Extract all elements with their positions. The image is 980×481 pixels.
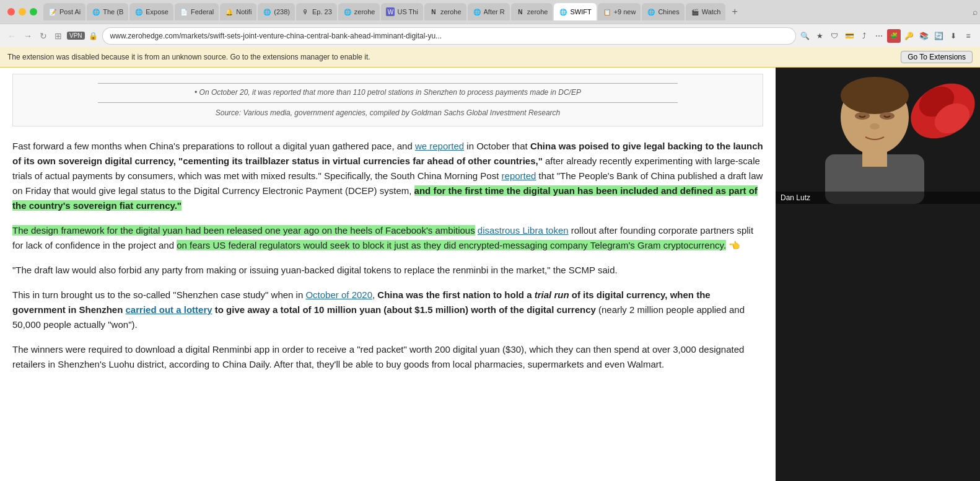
tab-icon-swift: 🌐: [559, 7, 567, 16]
tab-icon-238: 🌐: [263, 7, 271, 16]
search-icon[interactable]: 🔍: [798, 29, 812, 43]
tab-icon-afterr: 🌐: [473, 7, 481, 16]
para2-emoji: 👈: [728, 240, 740, 250]
extension-warning-text: The extension was disabled because it is…: [7, 53, 370, 61]
extensions-icon[interactable]: 🧩: [887, 29, 901, 43]
para1-link-reported2[interactable]: reported: [502, 170, 536, 181]
tab-icon-zeroh1: 🌐: [343, 7, 352, 16]
new-tab-button[interactable]: +: [727, 6, 742, 17]
tab-icon-usth: W: [386, 7, 395, 16]
source-line: Source: Various media, government agenci…: [25, 107, 750, 120]
collections-icon[interactable]: 📚: [917, 29, 930, 43]
tab-zeroh2[interactable]: N zerohe: [424, 3, 466, 20]
tab-icon-9new: 📋: [603, 7, 611, 16]
shield-icon[interactable]: 🛡: [828, 29, 841, 43]
share-icon[interactable]: ⤴: [857, 29, 871, 43]
para4-link-oct2020[interactable]: October of 2020: [305, 289, 372, 300]
menu-icon[interactable]: ≡: [961, 29, 975, 43]
forward-button[interactable]: →: [21, 30, 35, 42]
tab-label-usth: US Thi: [397, 8, 418, 15]
paragraph-2: The design framework for the digital yua…: [12, 223, 763, 253]
tab-zeroh1[interactable]: 🌐 zerohe: [338, 3, 380, 20]
tab-238[interactable]: 🌐 (238): [258, 3, 295, 20]
sync-icon[interactable]: 🔄: [932, 29, 945, 43]
tab-the-b[interactable]: 🌐 The (B: [87, 3, 128, 20]
home-button[interactable]: ⊞: [52, 30, 64, 42]
url-input[interactable]: [103, 28, 795, 44]
tab-label-post-ai: Post Ai: [59, 8, 81, 15]
tab-watch[interactable]: 🎬 Watch: [686, 3, 726, 20]
tab-icon-post-ai: 📝: [48, 7, 57, 16]
search-tabs-button[interactable]: ⌕: [973, 7, 978, 17]
bookmark-icon[interactable]: ★: [813, 29, 826, 43]
tab-chines[interactable]: 🌐 Chines: [642, 3, 684, 20]
tab-label-chines: Chines: [658, 8, 679, 15]
tab-icon-the-b: 🌐: [92, 7, 100, 16]
tab-icon-zeroh3: N: [516, 7, 525, 16]
tab-federal[interactable]: 📄 Federal: [175, 3, 219, 20]
tab-label-federal: Federal: [191, 8, 214, 15]
wallet-icon[interactable]: 💳: [842, 29, 856, 43]
tab-usth[interactable]: W US Thi: [381, 3, 422, 20]
traffic-lights: [2, 8, 42, 15]
para4-start: This in turn brought us to the so-called…: [12, 289, 305, 300]
tab-icon-expose: 🌐: [134, 7, 143, 16]
tab-bar: 📝 Post Ai 🌐 The (B 🌐 Expose 📄 Federal 🔔 …: [0, 0, 980, 24]
article-pane[interactable]: • On October 20, it was reported that mo…: [0, 68, 776, 481]
tab-label-swift: SWIFT: [570, 8, 591, 15]
back-button[interactable]: ←: [5, 30, 19, 42]
more-icon[interactable]: ⋯: [872, 29, 886, 43]
video-black-area: [776, 204, 980, 481]
para2-link-libra[interactable]: disastrous Libra token: [478, 225, 569, 236]
vpn-badge: VPN: [67, 32, 85, 40]
video-svg: [776, 68, 980, 204]
para1-link-reported[interactable]: we reported: [415, 141, 464, 151]
tab-expose[interactable]: 🌐 Expose: [129, 3, 173, 20]
toolbar-icons: 🔍 ★ 🛡 💳 ⤴ ⋯ 🧩 🔑 📚 🔄 ⬇ ≡: [798, 29, 975, 43]
password-icon[interactable]: 🔑: [902, 29, 916, 43]
tab-zeroh3[interactable]: N zerohe: [511, 3, 553, 20]
article-image-box: • On October 20, it was reported that mo…: [12, 74, 763, 126]
image-bottom-rule: [98, 102, 678, 103]
svg-point-8: [870, 123, 880, 130]
paragraph-5: The winners were required to download a …: [12, 342, 763, 372]
article-body: Fast forward a few months when China's p…: [12, 139, 763, 372]
para4-link-lottery[interactable]: carried out a lottery: [126, 304, 212, 315]
tab-ep23[interactable]: 🎙 Ep. 23: [296, 3, 337, 20]
tab-label-zeroh1: zerohe: [354, 8, 375, 15]
para4-bold3: to give away a total of 10 million yuan …: [212, 304, 596, 315]
go-to-extensions-button[interactable]: Go To Extensions: [901, 51, 973, 63]
tab-afterr[interactable]: 🌐 After R: [468, 3, 510, 20]
tab-icon-chines: 🌐: [647, 7, 655, 16]
image-top-rule: [98, 83, 678, 84]
svg-point-6: [855, 112, 870, 120]
tab-icon-notif: 🔔: [225, 7, 234, 16]
tab-icon-federal: 📄: [180, 7, 188, 16]
maximize-button[interactable]: [30, 8, 37, 15]
tab-icon-zeroh2: N: [429, 7, 438, 16]
para2-highlight-start: The design framework for the digital yua…: [12, 225, 475, 236]
para1-after-link: in October that: [464, 141, 530, 151]
main-area: • On October 20, it was reported that mo…: [0, 68, 980, 481]
lock-icon: 🔒: [89, 32, 98, 40]
tab-post-ai[interactable]: 📝 Post Ai: [43, 3, 85, 20]
video-area: Dan Lutz: [776, 68, 980, 204]
tab-swift[interactable]: 🌐 SWIFT: [554, 3, 596, 20]
video-panel: Dan Lutz: [776, 68, 980, 481]
tab-label-afterr: After R: [484, 8, 505, 15]
tab-icon-ep23: 🎙: [301, 7, 310, 16]
tab-icon-watch: 🎬: [691, 7, 699, 16]
paragraph-4: This in turn brought us to the so-called…: [12, 288, 763, 332]
refresh-button[interactable]: ↻: [37, 30, 50, 42]
image-caption-line1: • On October 20, it was reported that mo…: [25, 86, 750, 100]
video-person-label: Dan Lutz: [776, 192, 980, 204]
tab-9new[interactable]: 📋 +9 new: [598, 3, 641, 20]
tab-label-notif: Notifi: [236, 8, 252, 15]
close-button[interactable]: [7, 8, 15, 15]
para4-bold1: China was the first nation to hold a: [377, 289, 534, 300]
tab-label-expose: Expose: [146, 8, 168, 15]
download-icon[interactable]: ⬇: [947, 29, 960, 43]
tab-label-9new: +9 new: [614, 8, 636, 15]
tab-notif[interactable]: 🔔 Notifi: [220, 3, 256, 20]
minimize-button[interactable]: [19, 8, 26, 15]
